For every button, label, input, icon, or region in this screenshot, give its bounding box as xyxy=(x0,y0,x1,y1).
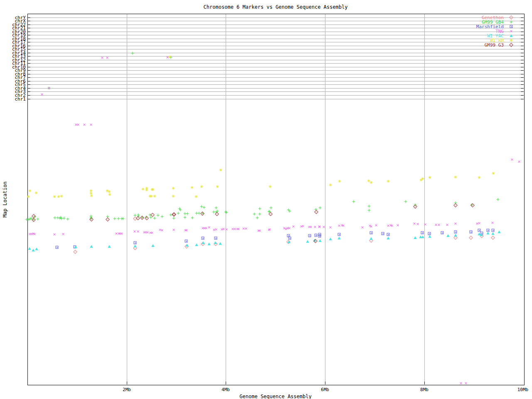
marker-wi-rh xyxy=(329,184,332,187)
marker-gm99-gb4 xyxy=(177,212,180,215)
marker-gm99-gb4 xyxy=(184,216,187,219)
marker-gm99-gb4 xyxy=(225,211,228,214)
marker-marshfield xyxy=(470,231,473,234)
marker-gm99-gb4 xyxy=(319,207,322,209)
marker-gm99-gb4 xyxy=(134,214,137,217)
marker-marshfield xyxy=(387,233,390,236)
marker-gm99-gb4 xyxy=(215,207,218,209)
marker-wi-rh xyxy=(168,56,171,59)
marker-wi-rh xyxy=(27,195,30,198)
legend-label-gm99-g3: GM99 G3 xyxy=(436,43,504,47)
marker-gm99-gb4 xyxy=(37,218,39,221)
marker-marshfield xyxy=(421,232,424,234)
marker-gm99-gb4 xyxy=(203,206,206,209)
marker-marshfield xyxy=(370,232,373,234)
marker-marshfield xyxy=(185,240,188,243)
chromosome-label: chr1 xyxy=(0,97,26,101)
marker-gm99-gb4 xyxy=(270,207,273,209)
marker-gm99-gb4 xyxy=(368,209,371,212)
marker-wi-rh xyxy=(478,176,481,179)
marker-gm99-gb4 xyxy=(161,215,164,218)
legend-marker-gm99-gb4 xyxy=(510,21,513,24)
marker-wi-rh xyxy=(195,195,198,198)
marker-marshfield xyxy=(134,241,137,244)
marker-wi-rh xyxy=(492,172,495,175)
marker-wi-rh xyxy=(60,195,63,198)
marker-marshfield xyxy=(288,237,291,240)
marker-marshfield xyxy=(478,229,481,232)
legend-marker-wi-rh xyxy=(510,39,513,42)
marker-gm99-gb4 xyxy=(153,217,156,220)
legend-label-marshfield: Marshfield xyxy=(436,25,504,29)
marker-gm99-gb4 xyxy=(113,217,116,220)
marker-wi-rh xyxy=(152,188,155,191)
marker-marshfield xyxy=(382,232,384,235)
marker-gm99-gb4 xyxy=(66,218,69,221)
x-axis-label: Genome Sequence Assembly xyxy=(239,394,311,399)
marker-marshfield xyxy=(454,231,457,234)
x-tick-label: 2Mb xyxy=(123,387,131,392)
marker-wi-rh xyxy=(454,176,457,179)
marker-marshfield xyxy=(315,234,318,237)
marker-gm99-gb4 xyxy=(157,214,160,217)
x-tick-label: 8Mb xyxy=(420,387,429,392)
marker-wi-rh xyxy=(142,188,145,191)
marker-marshfield xyxy=(214,237,217,240)
chart-title: Chromosome 6 Markers vs Genome Sequence … xyxy=(204,4,348,10)
marker-gm99-gb4 xyxy=(256,217,259,219)
marker-marshfield xyxy=(202,237,204,240)
marker-wi-rh xyxy=(421,177,424,180)
marker-wi-rh xyxy=(108,193,111,196)
marker-gm99-gb4 xyxy=(253,213,256,216)
marker-gm99-gb4 xyxy=(186,212,189,215)
plot-border xyxy=(27,14,525,385)
marker-gm99-gb4 xyxy=(368,205,371,208)
marker-wi-rh xyxy=(90,195,93,197)
x-tick-label: 6Mb xyxy=(321,387,329,392)
marker-wi-rh xyxy=(145,189,148,192)
legend-marker-marshfield xyxy=(510,25,513,28)
marker-wi-rh xyxy=(172,195,175,198)
marker-wi-rh xyxy=(172,187,175,190)
marker-wi-rh xyxy=(269,185,272,188)
marker-wi-rh xyxy=(153,195,156,198)
chart-figure: Chromosome 6 Markers vs Genome Sequence … xyxy=(0,0,532,399)
marker-wi-rh xyxy=(387,180,390,183)
marker-gm99-gb4 xyxy=(259,213,261,216)
marker-gm99-gb4 xyxy=(497,198,500,201)
x-tick-label: 4Mb xyxy=(222,387,230,392)
marker-marshfield xyxy=(492,229,495,232)
marker-gm99-gb4 xyxy=(191,217,194,219)
marker-gm99-gb4 xyxy=(404,200,407,203)
marker-wi-rh xyxy=(200,185,203,188)
marker-wi-rh xyxy=(29,190,32,192)
marker-wi-rh xyxy=(338,180,341,183)
marker-marshfield xyxy=(428,232,431,235)
marker-wi-rh xyxy=(370,181,373,184)
marker-gm99-gb4 xyxy=(352,200,355,203)
marker-wi-rh xyxy=(219,169,222,172)
marker-gm99-gb4 xyxy=(117,217,120,220)
marker-gm99-gb4 xyxy=(63,217,66,220)
y-axis-label: Map Location xyxy=(2,182,8,218)
marker-gm99-gb4 xyxy=(259,207,261,210)
marker-marshfield xyxy=(441,232,444,234)
marker-wi-rh xyxy=(216,185,219,188)
marker-gm99-gb4 xyxy=(178,207,181,210)
marker-gm99-gb4 xyxy=(131,52,134,55)
marker-gm99-gb4 xyxy=(288,210,291,213)
marker-gm99-gb4 xyxy=(54,217,57,219)
marker-marshfield xyxy=(56,246,59,249)
marker-wi-rh xyxy=(53,195,56,198)
marker-gm99-gb4 xyxy=(122,217,125,220)
marker-marshfield xyxy=(318,235,321,238)
marker-wi-rh xyxy=(191,186,194,189)
marker-marshfield xyxy=(487,229,490,232)
marker-wi-rh xyxy=(429,176,431,179)
x-tick-label: 10Mb xyxy=(517,387,529,392)
marker-wi-rh xyxy=(35,192,38,195)
marker-gm99-gb4 xyxy=(172,217,175,220)
marker-marshfield xyxy=(338,233,341,236)
marker-marshfield xyxy=(308,234,311,237)
